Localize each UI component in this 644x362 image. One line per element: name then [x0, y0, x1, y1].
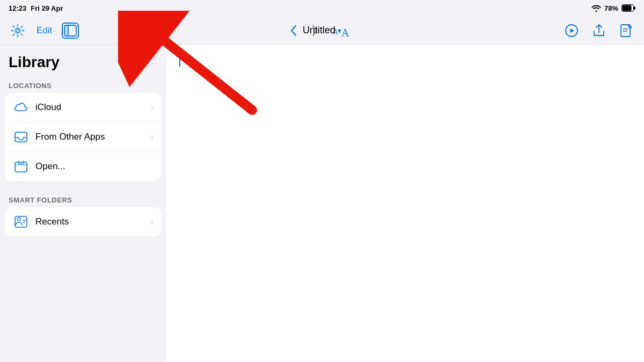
wifi-icon [591, 4, 601, 12]
status-date: Fri 29 Apr [31, 4, 63, 12]
svg-point-18 [23, 163, 24, 164]
icloud-label: iCloud [35, 102, 151, 113]
document-title-area[interactable]: Untitled ▾ [303, 25, 341, 36]
cloud-icon [13, 99, 29, 115]
text-cursor [179, 55, 180, 67]
edit-doc-icon [619, 24, 633, 38]
svg-point-16 [18, 163, 19, 164]
share-button[interactable] [590, 21, 608, 40]
back-icon [290, 25, 297, 37]
section-label-locations: Locations [0, 77, 166, 93]
chevron-icon-recents: › [151, 217, 153, 227]
battery-icon [621, 4, 635, 12]
sidebar-toggle-icon [64, 25, 77, 37]
sidebar-title: Library [0, 45, 166, 77]
section-label-smart-folders: Smart Folders [0, 192, 166, 207]
toolbar-left: Edit [9, 21, 175, 40]
status-time: 12:23 [9, 4, 26, 12]
locations-list: iCloud › From Other Apps › [5, 93, 161, 181]
svg-rect-1 [634, 6, 635, 10]
recents-label: Recents [35, 216, 151, 227]
toolbar: Edit A A [0, 16, 644, 45]
other-apps-label: From Other Apps [35, 132, 151, 142]
svg-rect-14 [15, 132, 27, 142]
smart-folders-list: Recents › [5, 207, 161, 236]
recents-icon [13, 214, 29, 230]
svg-point-17 [20, 163, 21, 164]
chevron-icon-other-apps: › [151, 132, 153, 142]
status-indicators: 78% [591, 4, 635, 12]
status-bar: 12:23 Fri 29 Apr 78% [0, 0, 644, 16]
svg-rect-2 [623, 5, 632, 11]
list-item-recents[interactable]: Recents › [5, 207, 161, 236]
document-title: Untitled [303, 25, 335, 36]
title-chevron: ▾ [338, 26, 341, 35]
edit-button[interactable]: Edit [34, 23, 54, 38]
back-button[interactable] [288, 23, 299, 39]
settings-button[interactable] [9, 21, 27, 40]
edit-doc-button[interactable] [617, 21, 635, 40]
inbox-icon [13, 129, 29, 145]
sidebar-toggle-button[interactable] [62, 23, 79, 39]
sidebar: Library Locations iCloud › From Other Ap… [0, 45, 166, 362]
play-icon [565, 24, 579, 38]
svg-point-20 [17, 218, 20, 221]
main-content[interactable] [166, 45, 644, 362]
chevron-icon-icloud: › [151, 103, 153, 112]
toolbar-right [469, 21, 635, 40]
battery-percentage: 78% [604, 4, 618, 12]
svg-point-3 [16, 28, 20, 32]
list-item-icloud[interactable]: iCloud › [5, 93, 161, 122]
gear-icon [11, 24, 25, 38]
svg-text:A: A [341, 27, 349, 38]
list-item-other-apps[interactable]: From Other Apps › [5, 122, 161, 152]
edit-label: Edit [36, 25, 52, 36]
share-icon [592, 24, 605, 38]
list-item-open[interactable]: Open... [5, 152, 161, 181]
svg-rect-19 [15, 216, 27, 227]
open-label: Open... [35, 161, 153, 172]
play-button[interactable] [562, 21, 581, 40]
open-icon [13, 158, 29, 175]
svg-rect-7 [64, 25, 68, 36]
